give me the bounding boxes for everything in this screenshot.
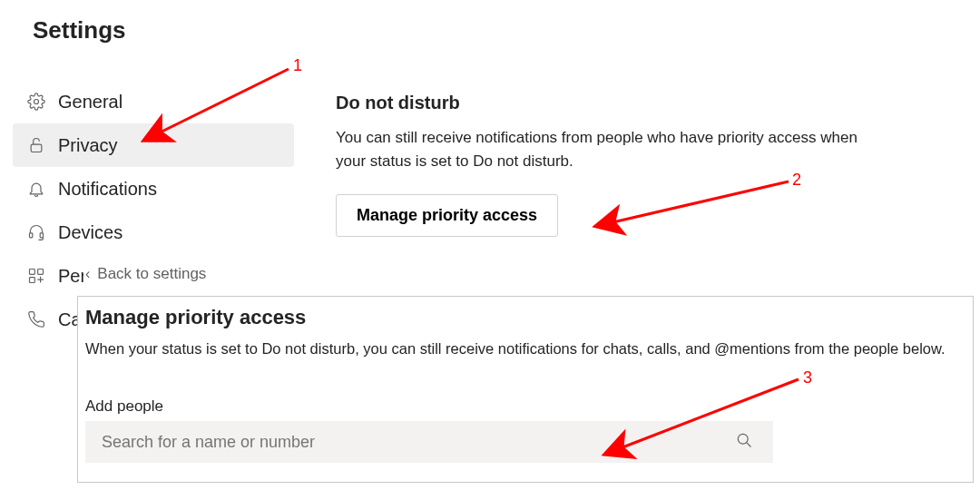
sidebar-item-notifications[interactable]: Notifications — [13, 167, 294, 211]
bell-icon — [24, 180, 49, 198]
panel-title: Manage priority access — [85, 306, 965, 329]
sidebar-item-label: Privacy — [58, 135, 118, 156]
svg-rect-5 — [38, 270, 44, 275]
svg-rect-3 — [40, 233, 43, 238]
sidebar-item-general[interactable]: General — [13, 80, 294, 123]
headset-icon — [24, 223, 49, 241]
gear-icon — [24, 93, 49, 111]
panel-description: When your status is set to Do not distur… — [85, 338, 965, 359]
svg-rect-4 — [30, 270, 35, 275]
svg-rect-6 — [30, 278, 35, 283]
section-description: You can still receive notifications from… — [336, 126, 889, 174]
annotation-number-1: 1 — [293, 56, 302, 74]
svg-rect-2 — [30, 233, 33, 238]
chevron-left-icon: ‹ — [85, 266, 90, 282]
page-title: Settings — [33, 16, 126, 44]
main-content: Do not disturb You can still receive not… — [336, 93, 962, 237]
sidebar-item-privacy[interactable]: Privacy — [13, 123, 294, 167]
apps-icon — [24, 267, 49, 285]
search-icon — [735, 431, 753, 453]
add-people-label: Add people — [85, 397, 965, 416]
sidebar-item-devices[interactable]: Devices — [13, 211, 294, 254]
sidebar-item-label: Notifications — [58, 179, 157, 200]
manage-priority-access-button[interactable]: Manage priority access — [336, 194, 558, 237]
svg-point-7 — [738, 434, 748, 444]
manage-priority-access-panel: Manage priority access When your status … — [77, 296, 974, 483]
section-heading: Do not disturb — [336, 93, 962, 113]
search-people-field[interactable] — [85, 421, 773, 463]
phone-icon — [24, 310, 49, 328]
sidebar-item-label: Permissions — [58, 266, 83, 287]
sidebar-item-label: General — [58, 92, 122, 113]
svg-rect-1 — [31, 144, 42, 152]
back-to-settings-link[interactable]: ‹ Back to settings — [85, 265, 206, 283]
back-link-label: Back to settings — [97, 265, 206, 283]
sidebar-item-label: Devices — [58, 222, 122, 243]
svg-line-8 — [747, 443, 751, 447]
svg-point-0 — [34, 100, 39, 104]
lock-icon — [24, 136, 49, 154]
search-input[interactable] — [102, 433, 757, 452]
